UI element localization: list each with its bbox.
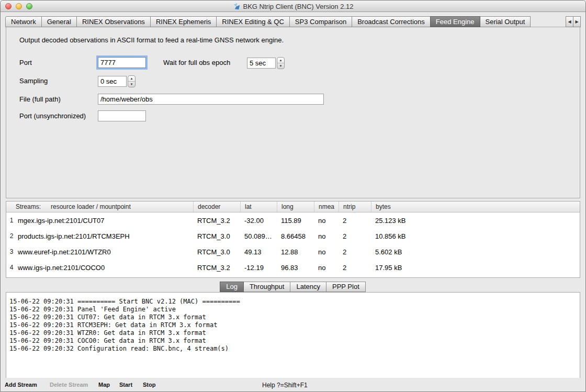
col-decoder-header: decoder: [193, 201, 240, 212]
tab-ppp-plot[interactable]: PPP Plot: [326, 282, 366, 292]
cell-long: 12.88: [277, 248, 314, 256]
wait-epoch-spin-up-button[interactable]: ▲: [277, 58, 284, 63]
tab-rinex-observations[interactable]: RINEX Observations: [76, 16, 151, 27]
log-line: 15-06-22 09:20:31 RTCM3EPH: Get data in …: [9, 321, 580, 329]
port-unsync-input[interactable]: [98, 110, 146, 121]
cell-lat: 49.13: [240, 248, 277, 256]
col-bytes-header: bytes: [371, 201, 580, 212]
streams-table: Streams: resource loader / mountpoint de…: [6, 201, 580, 278]
log-line: 15-06-22 09:20:31 COCO0: Get data in RTC…: [9, 337, 580, 345]
cell-nmea: no: [314, 248, 339, 256]
cell-ntrip: 2: [339, 248, 371, 256]
traffic-lights: [5, 3, 32, 9]
col-lat-header: lat: [240, 201, 277, 212]
cell-mountpoint: www.igs-ip.net:2101/COCO0: [17, 264, 193, 272]
tab-scroll-right-button[interactable]: ▶: [573, 16, 581, 27]
col-ntrip-header: ntrip: [339, 201, 371, 212]
stream-row[interactable]: 3 www.euref-ip.net:2101/WTZR0 RTCM_3.0 4…: [6, 244, 580, 260]
delete-stream-button[interactable]: Delete Stream: [50, 382, 88, 388]
cell-ntrip: 2: [339, 232, 371, 240]
file-label: File (full path): [19, 93, 61, 106]
cell-decoder: RTCM_3.2: [193, 217, 240, 225]
map-button[interactable]: Map: [98, 382, 110, 388]
bottom-toolbar: Add Stream Delete Stream Map Start Stop …: [1, 378, 585, 391]
cell-nmea: no: [314, 264, 339, 272]
cell-mountpoint: products.igs-ip.net:2101/RTCM3EPH: [17, 232, 193, 240]
tab-scroll-left-button[interactable]: ◀: [566, 16, 573, 27]
cell-decoder: RTCM_3.0: [193, 248, 240, 256]
app-icon: [233, 3, 241, 10]
sampling-spin-up-button[interactable]: ▲: [128, 76, 135, 82]
sampling-spin-down-button[interactable]: ▼: [128, 82, 135, 87]
port-input[interactable]: [98, 57, 146, 68]
add-stream-button[interactable]: Add Stream: [5, 382, 37, 388]
panel-description: Output decoded observations in ASCII for…: [19, 36, 284, 44]
row-number: 2: [6, 232, 17, 240]
sampling-label: Sampling: [19, 75, 48, 87]
tab-throughput[interactable]: Throughput: [243, 282, 291, 292]
tab-rinex-editing-qc[interactable]: RINEX Editing & QC: [216, 16, 290, 27]
tab-rinex-ephemeris[interactable]: RINEX Ephemeris: [150, 16, 217, 27]
tab-latency[interactable]: Latency: [290, 282, 326, 292]
log-line: 15-06-22 09:20:31 WTZR0: Get data in RTC…: [9, 329, 580, 337]
zoom-button[interactable]: [26, 3, 32, 9]
cell-bytes: 10.856 kB: [371, 232, 580, 240]
file-row: File (full path): [6, 93, 580, 106]
cell-decoder: RTCM_3.0: [193, 232, 240, 240]
cell-long: 8.66458: [277, 232, 314, 240]
feed-engine-panel: Output decoded observations in ASCII for…: [6, 27, 580, 198]
port-unsync-row: Port (unsynchronized): [6, 110, 580, 122]
stream-row[interactable]: 2 products.igs-ip.net:2101/RTCM3EPH RTCM…: [6, 228, 580, 244]
title-bar: BKG Ntrip Client (BNC) Version 2.12: [1, 1, 585, 12]
cell-mountpoint: www.euref-ip.net:2101/WTZR0: [17, 248, 193, 256]
close-button[interactable]: [5, 3, 12, 9]
cell-ntrip: 2: [339, 264, 371, 272]
tab-network[interactable]: Network: [5, 16, 42, 27]
file-path-input[interactable]: [98, 94, 324, 105]
cell-long: 115.89: [277, 217, 314, 225]
log-panel[interactable]: 15-06-22 09:20:31 ========== Start BNC v…: [6, 292, 580, 379]
log-line: 15-06-22 09:20:31 Panel 'Feed Engine' ac…: [9, 306, 580, 313]
row-number: 4: [6, 264, 17, 271]
minimize-button[interactable]: [16, 3, 22, 9]
wait-epoch-spin-down-button[interactable]: ▼: [277, 63, 284, 69]
tab-broadcast-corrections[interactable]: Broadcast Corrections: [352, 16, 431, 27]
cell-long: 96.83: [277, 264, 314, 272]
tab-log[interactable]: Log: [220, 282, 244, 292]
tab-scrollers: ◀ ▶: [566, 16, 581, 27]
sampling-row: Sampling 0 sec ▲ ▼: [6, 75, 580, 87]
cell-lat: 50.089…: [240, 232, 277, 240]
sampling-value[interactable]: 0 sec: [98, 76, 127, 87]
tab-general[interactable]: General: [41, 16, 77, 27]
start-button[interactable]: Start: [119, 382, 132, 388]
cell-nmea: no: [314, 217, 339, 225]
right-arrow-icon: ▶: [575, 19, 578, 24]
tab-serial-output[interactable]: Serial Output: [480, 16, 531, 27]
col-long-header: long: [277, 201, 314, 212]
left-arrow-icon: ◀: [568, 19, 571, 24]
app-window: BKG Ntrip Client (BNC) Version 2.12 Netw…: [0, 0, 586, 392]
cell-decoder: RTCM_3.2: [193, 264, 240, 272]
tab-sp3-comparison[interactable]: SP3 Comparison: [289, 16, 352, 27]
up-arrow-icon: ▲: [130, 77, 133, 80]
row-number: 3: [6, 248, 17, 255]
col-mountpoint-header: resource loader / mountpoint: [51, 201, 131, 212]
stop-button[interactable]: Stop: [143, 382, 155, 388]
log-line: 15-06-22 09:20:32 Configuration read: BN…: [9, 345, 580, 353]
streams-table-header: Streams: resource loader / mountpoint de…: [6, 201, 580, 212]
port-label: Port: [19, 57, 32, 69]
wait-epoch-spin-buttons: ▲ ▼: [277, 57, 285, 69]
wait-epoch-value[interactable]: 5 sec: [247, 58, 276, 69]
cell-lat: -12.19: [240, 264, 277, 272]
wait-epoch-label: Wait for full obs epoch: [163, 57, 230, 69]
stream-row[interactable]: 4 www.igs-ip.net:2101/COCO0 RTCM_3.2 -12…: [6, 260, 580, 275]
sampling-spinbox: 0 sec ▲ ▼: [98, 75, 136, 87]
streams-header-label: Streams:: [16, 201, 41, 212]
log-tab-bar: Log Throughput Latency PPP Plot: [1, 282, 585, 292]
tab-feed-engine[interactable]: Feed Engine: [430, 16, 480, 27]
help-label: Help ?=Shift+F1: [262, 382, 308, 389]
col-nmea-header: nmea: [314, 201, 339, 212]
cell-lat: -32.00: [240, 217, 277, 225]
cell-bytes: 17.95 kB: [371, 264, 580, 272]
stream-row[interactable]: 1 mgex.igs-ip.net:2101/CUT07 RTCM_3.2 -3…: [6, 212, 580, 228]
